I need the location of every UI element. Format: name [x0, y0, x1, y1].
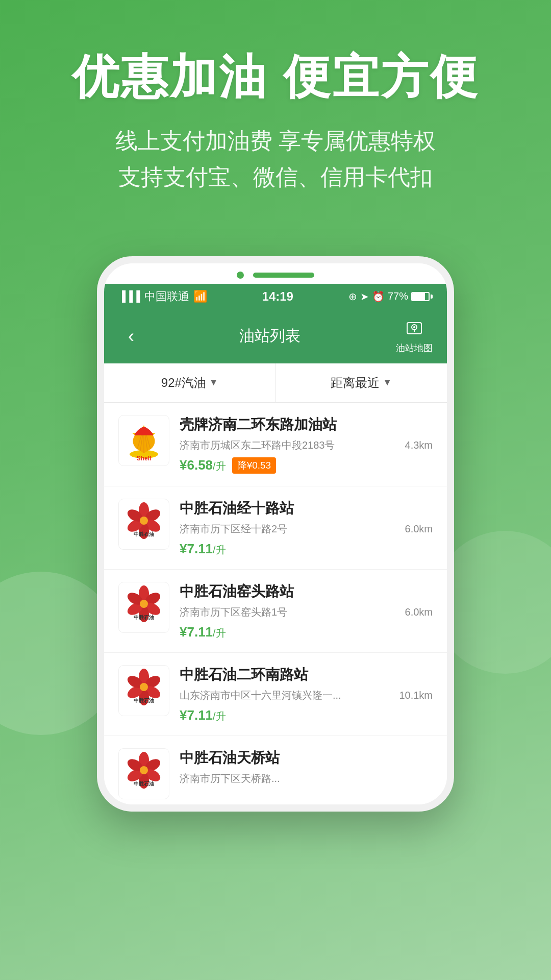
discount-badge: 降¥0.53 — [232, 457, 277, 474]
station-list: Shell 壳牌济南二环东路加油站 济南市历城区东二环路中段2183号 4.3k… — [104, 403, 447, 804]
hero-subtitle-line1: 线上支付加油费 享专属优惠特权 — [31, 123, 520, 159]
station-item-partial[interactable]: 中胜石油 中胜石油天桥站 济南市历下区天桥路... — [104, 736, 447, 804]
station-address: 山东济南市中区十六里河镇兴隆一... — [180, 689, 394, 702]
station-name: 中胜石油二环南路站 — [180, 665, 433, 684]
map-label: 油站地图 — [396, 342, 433, 354]
fuel-type-arrow: ▼ — [209, 377, 218, 388]
station-logo-zhongsheng: 中胜石油 — [118, 499, 169, 550]
station-item[interactable]: 中胜石油 中胜石油经十路站 济南市历下区经十路2号 6.0km ¥7.11/升 — [104, 486, 447, 570]
svg-text:中胜石油: 中胜石油 — [134, 781, 154, 787]
battery-percent: 77% — [388, 290, 408, 302]
station-addr-row: 山东济南市中区十六里河镇兴隆一... 10.1km — [180, 689, 433, 702]
status-time: 14:19 — [262, 289, 293, 304]
station-logo-zhongsheng: 中胜石油 — [118, 665, 169, 716]
signal-icon: ▐▐▐ — [118, 290, 140, 302]
station-item[interactable]: 中胜石油 中胜石油窑头路站 济南市历下区窑头路1号 6.0km ¥7.11/升 — [104, 570, 447, 653]
svg-point-2 — [413, 326, 415, 328]
station-distance: 10.1km — [399, 690, 433, 701]
status-left: ▐▐▐ 中国联通 📶 — [118, 289, 207, 304]
price-row: ¥7.11/升 — [180, 541, 433, 557]
map-icon — [405, 318, 423, 341]
station-name: 中胜石油天桥站 — [180, 748, 433, 768]
price-row: ¥7.11/升 — [180, 624, 433, 640]
station-address: 济南市历城区东二环路中段2183号 — [180, 438, 400, 452]
station-item[interactable]: 中胜石油 中胜石油二环南路站 山东济南市中区十六里河镇兴隆一... 10.1km… — [104, 653, 447, 736]
station-price: ¥7.11/升 — [180, 707, 226, 723]
battery-indicator — [411, 292, 433, 301]
station-addr-row: 济南市历城区东二环路中段2183号 4.3km — [180, 438, 433, 452]
station-name: 中胜石油窑头路站 — [180, 582, 433, 601]
carrier-name: 中国联通 — [144, 289, 189, 304]
station-distance: 6.0km — [405, 523, 433, 535]
svg-point-16 — [140, 517, 148, 525]
location-icon: ⊕ — [348, 290, 357, 303]
sort-label: 距离最近 — [331, 375, 380, 391]
station-address: 济南市历下区天桥路... — [180, 772, 433, 786]
station-price: ¥7.11/升 — [180, 541, 226, 557]
station-address: 济南市历下区窑头路1号 — [180, 605, 400, 619]
svg-text:Shell: Shell — [137, 455, 152, 462]
hero-title: 优惠加油 便宜方便 — [31, 51, 520, 103]
phone-wrapper: ▐▐▐ 中国联通 📶 14:19 ⊕ ➤ ⏰ 77% ‹ 油站列 — [0, 256, 551, 812]
station-price: ¥7.11/升 — [180, 624, 226, 640]
station-info: 中胜石油经十路站 济南市历下区经十路2号 6.0km ¥7.11/升 — [180, 499, 433, 557]
station-info: 中胜石油二环南路站 山东济南市中区十六里河镇兴隆一... 10.1km ¥7.1… — [180, 665, 433, 723]
hero-subtitle-line2: 支持支付宝、微信、信用卡代扣 — [31, 159, 520, 195]
price-row: ¥6.58/升 降¥0.53 — [180, 457, 433, 474]
phone-mockup: ▐▐▐ 中国联通 📶 14:19 ⊕ ➤ ⏰ 77% ‹ 油站列 — [97, 256, 454, 812]
map-button[interactable]: 油站地图 — [396, 318, 433, 354]
alarm-icon: ⏰ — [372, 290, 385, 303]
page-title: 油站列表 — [239, 326, 300, 347]
svg-text:中胜石油: 中胜石油 — [134, 698, 154, 703]
fuel-type-filter[interactable]: 92#汽油 ▼ — [104, 363, 276, 402]
station-distance: 4.3km — [405, 439, 433, 451]
phone-top-bar — [104, 263, 447, 284]
station-name: 中胜石油经十路站 — [180, 499, 433, 518]
station-logo-zhongsheng: 中胜石油 — [118, 582, 169, 633]
station-address: 济南市历下区经十路2号 — [180, 522, 400, 536]
nav-icon: ➤ — [360, 290, 369, 303]
fuel-type-label: 92#汽油 — [161, 375, 206, 391]
station-info: 壳牌济南二环东路加油站 济南市历城区东二环路中段2183号 4.3km ¥6.5… — [180, 415, 433, 474]
station-price: ¥6.58/升 — [180, 457, 226, 473]
station-addr-row: 济南市历下区经十路2号 6.0km — [180, 522, 433, 536]
back-button[interactable]: ‹ — [118, 326, 144, 347]
svg-point-40 — [140, 766, 148, 774]
app-header: ‹ 油站列表 油站地图 — [104, 309, 447, 363]
sort-arrow: ▼ — [383, 377, 392, 388]
filter-bar: 92#汽油 ▼ 距离最近 ▼ — [104, 363, 447, 403]
phone-camera — [237, 272, 244, 279]
station-addr-row: 济南市历下区天桥路... — [180, 772, 433, 786]
wifi-icon: 📶 — [193, 290, 207, 303]
sort-filter[interactable]: 距离最近 ▼ — [276, 363, 447, 402]
station-name: 壳牌济南二环东路加油站 — [180, 415, 433, 434]
svg-text:中胜石油: 中胜石油 — [134, 531, 154, 537]
phone-speaker — [253, 273, 314, 278]
svg-point-24 — [140, 600, 148, 608]
status-right: ⊕ ➤ ⏰ 77% — [348, 290, 433, 303]
status-bar: ▐▐▐ 中国联通 📶 14:19 ⊕ ➤ ⏰ 77% — [104, 284, 447, 309]
station-logo-shell: Shell — [118, 415, 169, 466]
svg-point-32 — [140, 683, 148, 691]
hero-section: 优惠加油 便宜方便 线上支付加油费 享专属优惠特权 支持支付宝、微信、信用卡代扣 — [0, 0, 551, 226]
hero-subtitle: 线上支付加油费 享专属优惠特权 支持支付宝、微信、信用卡代扣 — [31, 123, 520, 195]
station-info: 中胜石油天桥站 济南市历下区天桥路... — [180, 748, 433, 791]
svg-text:中胜石油: 中胜石油 — [134, 615, 154, 620]
station-distance: 6.0km — [405, 606, 433, 618]
price-row: ¥7.11/升 — [180, 707, 433, 723]
station-addr-row: 济南市历下区窑头路1号 6.0km — [180, 605, 433, 619]
station-item[interactable]: Shell 壳牌济南二环东路加油站 济南市历城区东二环路中段2183号 4.3k… — [104, 403, 447, 486]
station-logo-zhongsheng: 中胜石油 — [118, 748, 169, 799]
station-info: 中胜石油窑头路站 济南市历下区窑头路1号 6.0km ¥7.11/升 — [180, 582, 433, 640]
